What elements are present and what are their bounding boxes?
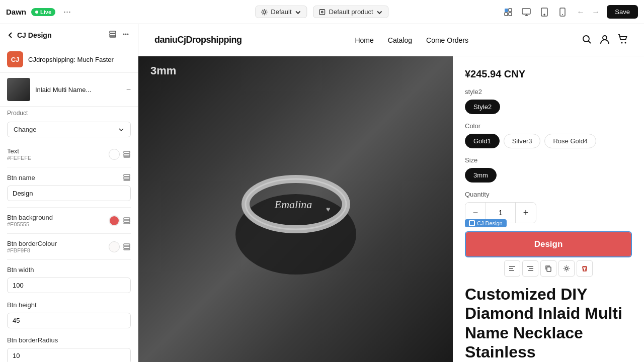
design-button[interactable]: Design bbox=[466, 232, 631, 256]
default-theme-label: Default bbox=[271, 8, 291, 16]
svg-rect-26 bbox=[124, 223, 130, 224]
quantity-section: Quantity − 1 + bbox=[465, 191, 632, 223]
default-product-dropdown[interactable]: Default product bbox=[313, 6, 389, 18]
svg-point-16 bbox=[125, 34, 127, 35]
divider1 bbox=[7, 167, 131, 167]
text-color-info: Text #FEFEFE bbox=[7, 147, 31, 161]
svg-line-31 bbox=[588, 41, 591, 44]
layer-icon-text[interactable] bbox=[123, 150, 131, 158]
default-product-label: Default product bbox=[329, 8, 373, 16]
toolbar-settings-btn[interactable] bbox=[558, 260, 575, 277]
btn-border-label: Btn borderColour bbox=[7, 240, 57, 247]
svg-text:♥: ♥ bbox=[326, 205, 330, 213]
divider3 bbox=[7, 233, 131, 234]
svg-rect-25 bbox=[124, 220, 130, 222]
svg-point-2 bbox=[321, 11, 324, 13]
qty-increase-btn[interactable]: + bbox=[516, 203, 536, 223]
toolbar-align-left-btn[interactable] bbox=[504, 260, 520, 277]
product-type-label: Product bbox=[0, 107, 138, 122]
svg-point-0 bbox=[263, 11, 266, 13]
color-option-label: Color bbox=[465, 122, 632, 130]
color-silver3[interactable]: Silver3 bbox=[504, 134, 541, 148]
svg-rect-20 bbox=[124, 156, 130, 157]
form-section: Text #FEFEFE Btn name Btn background bbox=[0, 143, 138, 362]
sidebar-more-btn[interactable] bbox=[121, 29, 131, 41]
change-label: Change bbox=[14, 126, 37, 133]
chevron-down-icon bbox=[295, 9, 302, 16]
toolbar-copy-btn[interactable] bbox=[540, 260, 556, 277]
cart-icon[interactable] bbox=[618, 34, 628, 46]
sidebar-header-icons bbox=[108, 29, 131, 41]
undo-btn[interactable]: ← bbox=[574, 6, 588, 19]
btn-bg-controls bbox=[109, 215, 131, 226]
btn-height-input[interactable] bbox=[7, 313, 131, 328]
sidebar-back-btn[interactable]: CJ Design bbox=[7, 31, 51, 39]
product-block: CJ CJdropshipping: Much Faster bbox=[0, 46, 138, 73]
mobile-btn[interactable] bbox=[555, 5, 570, 19]
svg-rect-12 bbox=[110, 31, 116, 33]
color-options: Gold1 Silver3 Rose Gold4 bbox=[465, 134, 632, 148]
color-gold1[interactable]: Gold1 bbox=[465, 134, 500, 148]
svg-rect-40 bbox=[470, 221, 474, 225]
change-button[interactable]: Change bbox=[7, 122, 131, 137]
svg-rect-14 bbox=[110, 36, 116, 37]
layer-icon-btnborder[interactable] bbox=[123, 243, 131, 251]
align-left-icon bbox=[509, 265, 516, 272]
style-option-label: style2 bbox=[465, 88, 632, 96]
btn-border-swatch[interactable] bbox=[109, 241, 120, 252]
nav-orders[interactable]: Come Orders bbox=[426, 36, 468, 44]
main-layout: CJ Design CJ CJdropshipping: Much Faster… bbox=[0, 24, 644, 362]
toolbar-align-right-btn[interactable] bbox=[522, 260, 538, 277]
product-content: 3mm Emalina bbox=[138, 56, 644, 362]
default-theme-dropdown[interactable]: Default bbox=[255, 6, 307, 18]
btn-width-input[interactable] bbox=[7, 278, 131, 293]
sidebar-title: CJ Design bbox=[17, 31, 51, 39]
toolbar-delete-btn[interactable] bbox=[577, 260, 593, 277]
product-brand-name: CJdropshipping: Much Faster bbox=[28, 56, 114, 63]
redo-btn[interactable]: → bbox=[589, 6, 603, 19]
text-color-swatch[interactable] bbox=[109, 149, 120, 160]
svg-rect-18 bbox=[124, 151, 130, 153]
text-color-value: #FEFEFE bbox=[7, 155, 31, 161]
topbar-right: ← → Save bbox=[501, 5, 638, 19]
search-icon[interactable] bbox=[582, 34, 592, 46]
tablet-btn[interactable] bbox=[537, 5, 551, 19]
sidebar-layers-btn[interactable] bbox=[108, 29, 118, 41]
topbar: Dawn Live ··· Default Default product bbox=[0, 0, 644, 24]
svg-rect-6 bbox=[509, 13, 512, 16]
btn-bg-swatch[interactable] bbox=[109, 215, 120, 226]
ring-container: Emalina ♥ bbox=[220, 134, 371, 285]
svg-rect-7 bbox=[522, 9, 530, 14]
btn-name-input[interactable] bbox=[7, 186, 131, 201]
btn-border-color-value: #FBF9F8 bbox=[7, 247, 30, 253]
quantity-label: Quantity bbox=[465, 191, 632, 198]
svg-point-17 bbox=[127, 34, 129, 35]
collapse-icon[interactable]: − bbox=[126, 85, 131, 94]
svg-rect-3 bbox=[505, 9, 508, 12]
layer-icon-btnbg[interactable] bbox=[123, 217, 131, 225]
size-3mm[interactable]: 3mm bbox=[465, 168, 497, 183]
cj-icon bbox=[469, 220, 475, 226]
account-icon[interactable] bbox=[600, 34, 610, 46]
select-tool-btn[interactable] bbox=[501, 5, 515, 19]
more-button[interactable]: ··· bbox=[60, 5, 74, 19]
btn-bg-color-value: #E05555 bbox=[7, 221, 29, 227]
preview-area: daniuCjDropshipping Home Catalog Come Or… bbox=[138, 24, 644, 362]
svg-point-9 bbox=[544, 14, 545, 15]
select-icon bbox=[504, 8, 513, 17]
product-thumbnail bbox=[7, 78, 30, 101]
svg-rect-22 bbox=[124, 177, 130, 179]
svg-rect-24 bbox=[124, 218, 130, 220]
desktop-btn[interactable] bbox=[519, 5, 533, 19]
btn-border-radius-input[interactable] bbox=[7, 348, 131, 362]
save-button[interactable]: Save bbox=[607, 5, 638, 19]
nav-catalog[interactable]: Catalog bbox=[388, 36, 412, 44]
sidebar: CJ Design CJ CJdropshipping: Much Faster… bbox=[0, 24, 138, 362]
text-label: Text bbox=[7, 147, 19, 155]
style-style2[interactable]: Style2 bbox=[465, 100, 500, 114]
layer-icon-btnname[interactable] bbox=[123, 173, 131, 182]
settings-icon2 bbox=[563, 265, 570, 272]
nav-home[interactable]: Home bbox=[355, 36, 373, 44]
product-image-area: 3mm Emalina bbox=[138, 56, 453, 362]
color-rose-gold4[interactable]: Rose Gold4 bbox=[544, 134, 596, 148]
